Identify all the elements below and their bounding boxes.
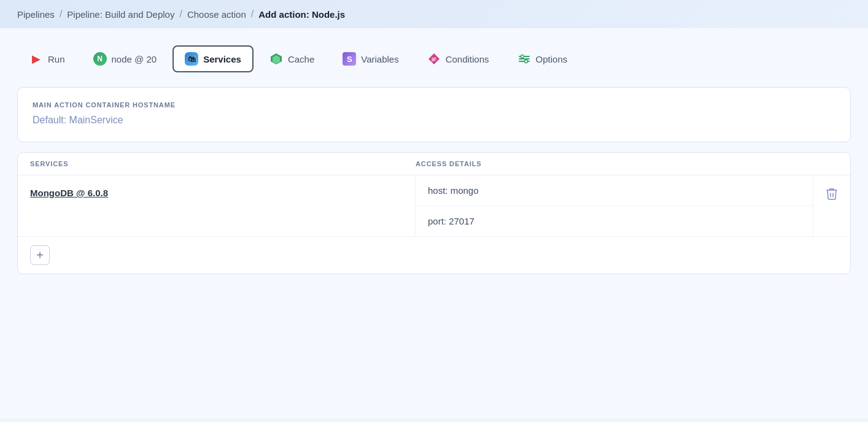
service-access-cell: host: mongo port: 27017 (416, 175, 813, 236)
tab-services-label: Services (203, 54, 241, 64)
breadcrumb-sep-3: / (251, 9, 254, 20)
tab-cache-label: Cache (288, 54, 314, 64)
col-services-header: SERVICES (30, 160, 416, 167)
tab-options-label: Options (536, 54, 568, 64)
service-action-cell (813, 175, 850, 236)
conditions-icon: IF (427, 52, 441, 66)
tab-options[interactable]: Options (505, 45, 580, 72)
tab-run-label: Run (48, 54, 65, 64)
delete-service-button[interactable] (823, 185, 841, 202)
tab-variables-label: Variables (361, 54, 398, 64)
trash-icon (826, 188, 837, 200)
tab-node-label: node @ 20 (112, 54, 157, 64)
main-content: ▶ Run N node @ 20 🛍 Services Cache (0, 28, 868, 418)
breadcrumb-sep-2: / (179, 9, 182, 20)
cache-icon (269, 52, 283, 66)
breadcrumb: Pipelines / Pipeline: Build and Deploy /… (0, 0, 868, 28)
tab-conditions-label: Conditions (446, 54, 489, 64)
hostname-placeholder: Default: MainService (33, 115, 835, 126)
services-table-header: SERVICES ACCESS DETAILS (18, 153, 850, 175)
svg-text:IF: IF (432, 56, 437, 63)
table-row: MongoDB @ 6.0.8 host: mongo port: 27017 (18, 175, 850, 237)
tab-cache[interactable]: Cache (257, 45, 327, 72)
access-port: port: 27017 (416, 206, 813, 236)
svg-point-8 (524, 60, 527, 63)
hostname-card: MAIN ACTION CONTAINER HOSTNAME Default: … (17, 87, 851, 142)
tab-conditions[interactable]: IF Conditions (415, 45, 502, 72)
run-icon: ▶ (29, 52, 43, 66)
hostname-label: MAIN ACTION CONTAINER HOSTNAME (33, 101, 835, 109)
breadcrumb-pipelines[interactable]: Pipelines (17, 9, 55, 20)
tab-variables[interactable]: S Variables (330, 45, 411, 72)
service-name-link[interactable]: MongoDB @ 6.0.8 (30, 188, 108, 198)
tab-run[interactable]: ▶ Run (17, 45, 77, 72)
access-host: host: mongo (416, 175, 813, 206)
breadcrumb-choose-action[interactable]: Choose action (187, 9, 246, 20)
tab-services[interactable]: 🛍 Services (172, 45, 254, 72)
col-access-header: ACCESS DETAILS (416, 160, 801, 167)
services-card: SERVICES ACCESS DETAILS MongoDB @ 6.0.8 … (17, 152, 851, 274)
add-service-button[interactable]: + (30, 245, 50, 265)
svg-point-7 (521, 55, 524, 58)
variables-icon: S (343, 52, 356, 66)
service-name-cell: MongoDB @ 6.0.8 (18, 175, 416, 236)
breadcrumb-current: Add action: Node.js (258, 9, 345, 20)
add-service-row: + (18, 237, 850, 274)
breadcrumb-pipeline[interactable]: Pipeline: Build and Deploy (67, 9, 174, 20)
services-icon: 🛍 (185, 52, 198, 66)
options-icon (517, 52, 531, 66)
tabs-row: ▶ Run N node @ 20 🛍 Services Cache (17, 45, 851, 72)
breadcrumb-sep-1: / (60, 9, 62, 20)
tab-node[interactable]: N node @ 20 (81, 45, 169, 72)
node-icon: N (93, 52, 107, 66)
